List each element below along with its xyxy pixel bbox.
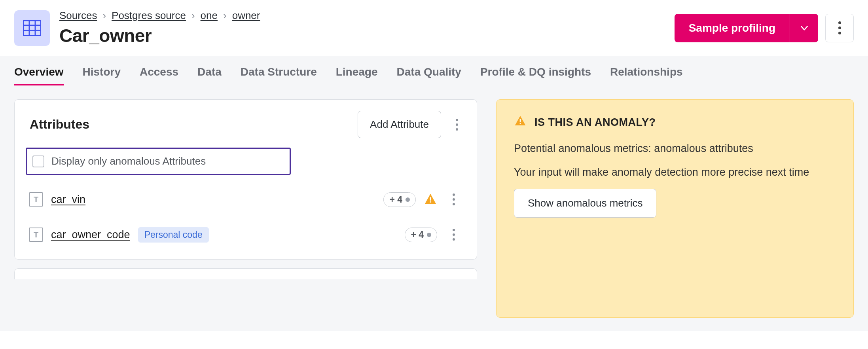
- tab-relationships[interactable]: Relationships: [610, 66, 683, 85]
- anomaly-callout-line2: Your input will make anomaly detection m…: [514, 165, 836, 180]
- page-header: Sources › Postgres source › one › owner …: [0, 0, 868, 56]
- tab-lineage[interactable]: Lineage: [336, 66, 378, 85]
- breadcrumb-item-one[interactable]: one: [201, 9, 218, 22]
- more-vertical-icon: [838, 21, 841, 34]
- attribute-row-more-button[interactable]: [445, 191, 462, 208]
- page-title: Car_owner: [59, 25, 665, 46]
- svg-rect-6: [430, 201, 431, 203]
- next-panel-peek: [14, 268, 477, 279]
- entity-table-icon: [14, 10, 50, 46]
- tab-data-structure[interactable]: Data Structure: [241, 66, 317, 85]
- chevron-right-icon: ›: [191, 9, 195, 22]
- warning-icon: [424, 193, 437, 206]
- warning-icon: [514, 115, 527, 130]
- chevron-right-icon: ›: [223, 9, 227, 22]
- tab-access[interactable]: Access: [140, 66, 178, 85]
- more-vertical-icon: [453, 193, 455, 205]
- svg-rect-7: [520, 119, 521, 122]
- attribute-link-car-vin[interactable]: car_vin: [51, 193, 85, 206]
- text-type-icon: T: [29, 228, 43, 242]
- attribute-tag-personal-code[interactable]: Personal code: [138, 227, 209, 243]
- tab-overview[interactable]: Overview: [14, 66, 64, 85]
- attribute-row-more-button[interactable]: [445, 226, 462, 243]
- dot-icon: [406, 197, 410, 202]
- badge-text: + 4: [411, 230, 424, 240]
- breadcrumb-item-sources[interactable]: Sources: [59, 9, 97, 22]
- tab-data-quality[interactable]: Data Quality: [397, 66, 461, 85]
- attribute-row: T car_vin + 4: [26, 182, 466, 217]
- add-attribute-button[interactable]: Add Attribute: [358, 111, 441, 138]
- sample-profiling-button[interactable]: Sample profiling: [675, 14, 790, 42]
- tab-bar: Overview History Access Data Data Struct…: [0, 56, 868, 86]
- more-vertical-icon: [456, 119, 458, 131]
- svg-rect-5: [430, 197, 431, 201]
- attributes-panel-title: Attributes: [26, 117, 89, 132]
- svg-rect-0: [23, 21, 41, 36]
- attributes-more-button[interactable]: [448, 116, 466, 133]
- more-vertical-icon: [453, 229, 455, 241]
- breadcrumb-item-postgres[interactable]: Postgres source: [112, 9, 186, 22]
- chevron-right-icon: ›: [102, 9, 106, 22]
- chevron-down-icon: [799, 23, 809, 33]
- tab-history[interactable]: History: [83, 66, 121, 85]
- anomalous-filter-checkbox[interactable]: [32, 156, 44, 167]
- anomalous-filter-label: Display only anomalous Attributes: [51, 155, 206, 167]
- header-more-button[interactable]: [825, 14, 854, 42]
- anomaly-callout-heading: IS THIS AN ANOMALY?: [534, 116, 656, 129]
- sample-profiling-dropdown[interactable]: [790, 14, 818, 42]
- text-type-icon: T: [29, 192, 43, 207]
- attribute-more-count-badge[interactable]: + 4: [405, 228, 437, 242]
- breadcrumb-item-owner[interactable]: owner: [232, 9, 260, 22]
- tab-data[interactable]: Data: [197, 66, 222, 85]
- attribute-link-car-owner-code[interactable]: car_owner_code: [51, 229, 130, 241]
- tab-profile-dq[interactable]: Profile & DQ insights: [480, 66, 591, 85]
- badge-text: + 4: [389, 194, 402, 205]
- dot-icon: [427, 233, 431, 237]
- sample-profiling-split-button: Sample profiling: [675, 14, 818, 42]
- attributes-panel: Attributes Add Attribute Display only an…: [14, 99, 477, 260]
- anomaly-callout-line1: Potential anomalous metrics: anomalous a…: [514, 141, 836, 156]
- svg-rect-8: [520, 123, 521, 124]
- breadcrumb: Sources › Postgres source › one › owner: [59, 9, 665, 22]
- anomalous-filter[interactable]: Display only anomalous Attributes: [26, 148, 291, 175]
- attribute-row: T car_owner_code Personal code + 4: [26, 217, 466, 252]
- anomaly-callout: IS THIS AN ANOMALY? Potential anomalous …: [496, 99, 854, 318]
- show-anomalous-metrics-button[interactable]: Show anomalous metrics: [514, 189, 656, 218]
- attribute-more-count-badge[interactable]: + 4: [383, 192, 416, 207]
